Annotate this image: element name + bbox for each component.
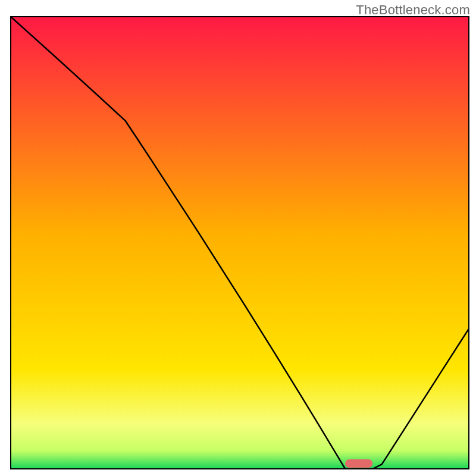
watermark-text: TheBottleneck.com: [356, 2, 470, 18]
bottleneck-chart: [0, 0, 476, 476]
optimum-marker: [345, 459, 372, 468]
gradient-background: [11, 17, 469, 469]
